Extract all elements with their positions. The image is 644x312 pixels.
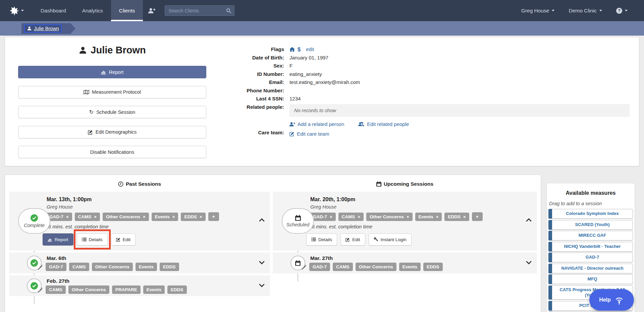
session-measure-tag: Other Concerns× xyxy=(103,213,149,221)
search-input[interactable] xyxy=(165,6,234,15)
clinic-menu[interactable]: Demo Clinic xyxy=(561,8,609,14)
session-report-button[interactable]: Report xyxy=(43,233,73,246)
person-icon xyxy=(27,26,32,31)
measure-card[interactable]: NICHQ Vanderbilt - Teacher xyxy=(548,242,633,252)
brand-logo[interactable] xyxy=(0,0,33,21)
nav-item-dashboard[interactable]: Dashboard xyxy=(33,0,74,21)
report-button[interactable]: Report xyxy=(18,66,206,78)
measurement-protocol-button[interactable]: Measurement Protocol xyxy=(18,86,206,98)
calendar-icon xyxy=(376,181,381,187)
session-measure-tag: Events xyxy=(136,263,157,271)
drag-handle xyxy=(548,253,552,262)
session-details-button[interactable]: Details xyxy=(77,233,108,246)
remove-tag-icon[interactable]: × xyxy=(436,215,439,219)
measure-card[interactable]: Colorado Symptom Index xyxy=(548,209,633,219)
measure-card[interactable]: MFQ xyxy=(548,274,633,284)
sessions-card: Past Sessions Complete Mar. 13th, 1:00pm… xyxy=(5,175,541,312)
remove-tag-icon[interactable]: × xyxy=(358,215,360,219)
add-related-person-link[interactable]: Add a related person xyxy=(289,120,344,129)
edit-flags-link[interactable]: edit xyxy=(306,45,314,54)
session-measure-tag: CAMS xyxy=(46,285,66,294)
measure-card[interactable]: SCARED (Youth) xyxy=(548,220,633,230)
breadcrumb-item-patient[interactable]: Julie Brown xyxy=(21,23,70,34)
expand-chevron-down[interactable] xyxy=(259,284,265,287)
session-measure-tag: EDDS xyxy=(160,263,179,271)
instant-login-button[interactable]: Instant Login xyxy=(369,233,412,246)
session-provider: Greg House xyxy=(273,203,537,210)
session-measure-tag: GAD-7 xyxy=(46,263,66,271)
session-measure-tag: CAMS× xyxy=(338,213,364,221)
help-beacon-button[interactable]: Help xyxy=(589,289,634,311)
drag-handle xyxy=(548,220,552,230)
remove-tag-icon[interactable]: × xyxy=(200,215,202,219)
related-people-empty: No records to show xyxy=(289,104,630,117)
drag-handle xyxy=(548,231,552,240)
session-complete-icon xyxy=(27,256,42,270)
session-measure-tag: Other Concerns xyxy=(92,263,133,271)
past-session-expanded: Complete Mar. 13th, 1:00pm Greg House GA… xyxy=(9,192,270,251)
remove-tag-icon[interactable]: × xyxy=(172,215,175,219)
session-details-button[interactable]: Details xyxy=(306,233,337,246)
dollar-flag-icon[interactable]: $ xyxy=(298,45,301,54)
edit-related-people-link[interactable]: Edit related people xyxy=(358,120,409,129)
add-client-button[interactable] xyxy=(143,0,161,21)
session-measure-tag: PRAPARE xyxy=(112,285,141,294)
user-menu[interactable]: Greg House xyxy=(514,8,562,14)
session-provider: Greg House xyxy=(9,203,270,210)
remove-tag-icon[interactable]: × xyxy=(407,215,409,219)
disable-notifications-button[interactable]: Disable Notifications xyxy=(18,146,206,158)
chevron-down-icon xyxy=(21,10,24,11)
upcoming-session-collapsed: Mar. 27th GAD-7 CAMS Other Concerns Even… xyxy=(273,253,537,273)
session-measure-tag: Events xyxy=(143,285,165,294)
past-session-collapsed: Feb. 27th CAMS Other Concerns PRAPARE Ev… xyxy=(9,275,270,296)
patient-name: Julie Brown xyxy=(91,45,146,56)
session-status-scheduled: Scheduled xyxy=(282,208,314,234)
session-scheduled-icon xyxy=(290,256,305,270)
remove-tag-icon[interactable]: × xyxy=(143,215,146,219)
session-measure-tag: GAD-7 xyxy=(309,263,330,271)
measure-card[interactable]: NAVIGATE - Director outreach xyxy=(548,264,633,273)
add-measure-button[interactable]: + xyxy=(208,212,219,221)
ssn-label: Last 4 SSN: xyxy=(204,95,284,103)
edit-demographics-button[interactable]: Edit Demographics xyxy=(18,126,206,138)
schedule-session-button[interactable]: ↻ Schedule Session xyxy=(18,106,206,118)
search-icon[interactable] xyxy=(226,8,231,13)
chevron-down-icon xyxy=(552,10,554,11)
session-measure-tag: Other Concerns xyxy=(68,285,109,294)
collapse-chevron-up[interactable] xyxy=(259,218,265,222)
remove-tag-icon[interactable]: × xyxy=(94,215,97,219)
session-date: Feb. 27th xyxy=(9,275,270,284)
patient-summary-card: Julie Brown Report Measurement Protocol … xyxy=(5,37,639,166)
home-flag-icon[interactable] xyxy=(289,47,295,52)
session-measure-tag: EDDS xyxy=(423,263,443,271)
remove-tag-icon[interactable]: × xyxy=(463,215,466,219)
collapse-chevron-up[interactable] xyxy=(526,218,532,222)
breadcrumb: Julie Brown xyxy=(0,21,644,36)
related-people-label: Related people: xyxy=(204,103,284,112)
add-measure-button[interactable]: + xyxy=(472,212,483,221)
session-edit-button[interactable]: Edit xyxy=(340,233,365,246)
nav-item-clients[interactable]: Clients xyxy=(111,0,143,21)
drag-handle xyxy=(548,301,552,311)
session-measure-tag: CAMS xyxy=(333,263,353,271)
help-menu[interactable]: ? xyxy=(609,8,635,14)
expand-chevron-down[interactable] xyxy=(526,261,532,265)
session-measure-tag: Other Concerns xyxy=(356,263,396,271)
measure-card[interactable]: GAD-7 xyxy=(548,253,633,262)
expand-chevron-down[interactable] xyxy=(259,261,265,265)
measure-card[interactable]: MIRECC GAF xyxy=(548,231,633,240)
remove-tag-icon[interactable]: × xyxy=(330,215,332,219)
beacon-icon xyxy=(614,295,624,305)
mirah-logo-icon xyxy=(10,6,19,15)
edit-care-team-link[interactable]: Edit care team xyxy=(289,130,329,138)
top-navbar: Dashboard Analytics Clients Greg House D… xyxy=(0,0,644,21)
available-measures-title: Available measures xyxy=(548,190,633,196)
upcoming-sessions-heading: Upcoming Sessions xyxy=(273,181,537,187)
session-date: Mar. 20th, 1:00pm xyxy=(273,192,537,203)
care-team-label: Care team: xyxy=(204,129,284,137)
session-edit-button[interactable]: Edit xyxy=(111,233,136,246)
nav-item-analytics[interactable]: Analytics xyxy=(74,0,111,21)
annotation-highlight-box: Details xyxy=(77,233,108,246)
remove-tag-icon[interactable]: × xyxy=(66,215,69,219)
session-measure-tag: Events× xyxy=(152,213,178,221)
